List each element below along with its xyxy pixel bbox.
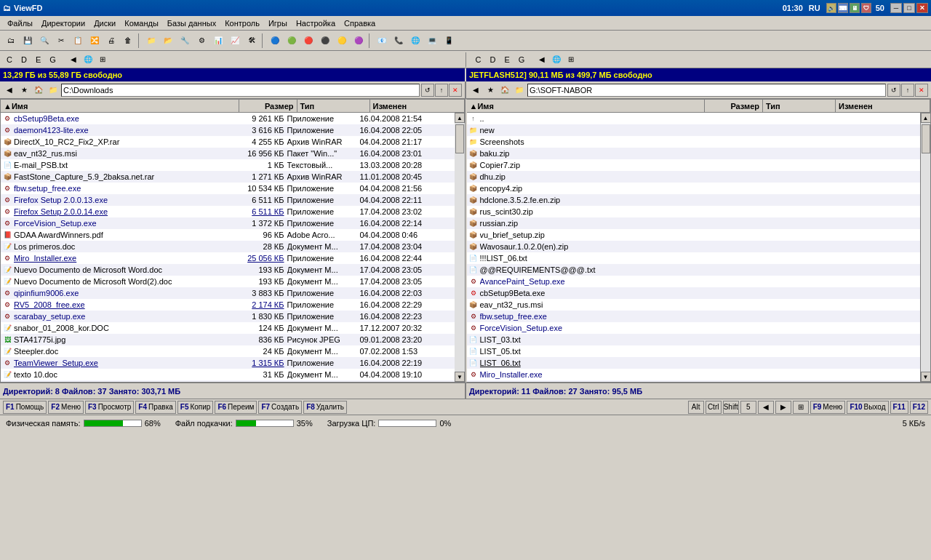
toolbar-btn-0[interactable]: 🗂 bbox=[3, 33, 19, 49]
toolbar-btn-6[interactable]: 🖨 bbox=[103, 33, 119, 49]
fn-key-F2[interactable]: F2Меню bbox=[48, 401, 84, 414]
right-star-btn[interactable]: ★ bbox=[484, 84, 497, 97]
right-file-row[interactable]: 📦Copier7.zip bbox=[467, 159, 921, 171]
left-up-btn[interactable]: ↑ bbox=[435, 84, 448, 97]
right-file-row[interactable]: ⚙Miro_Installer.exe bbox=[467, 369, 921, 380]
right-col-date[interactable]: Изменен bbox=[836, 100, 930, 112]
left-file-row[interactable]: ⚙Firefox Setup 2.0.0.14.exe6 511 КБПрило… bbox=[1, 206, 455, 217]
right-col-size[interactable]: Размер bbox=[705, 100, 763, 112]
toolbar-btn-19[interactable]: 🔴 bbox=[300, 33, 316, 49]
left-file-row[interactable]: ⚙Thunderbird Setup 2.0.0.12.exe7 177 КБП… bbox=[1, 380, 455, 382]
fn-key-F5[interactable]: F5Копир bbox=[177, 401, 214, 414]
right-drive-G[interactable]: G bbox=[515, 54, 529, 65]
right-file-row[interactable]: 📦russian.zip bbox=[467, 217, 921, 229]
left-file-row[interactable]: 📦FastStone_Capture_5.9_2baksa.net.rar1 2… bbox=[1, 171, 455, 183]
left-file-row[interactable]: 📦DirectX_10_RC2_Fix2_XP.rar4 255 КБАрхив… bbox=[1, 136, 455, 148]
left-file-row[interactable]: ⚙ForceVision_Setup.exe1 372 КБПриложение… bbox=[1, 217, 455, 229]
toolbar-btn-11[interactable]: 🔧 bbox=[177, 33, 193, 49]
fn-key-F10[interactable]: F10Выход bbox=[847, 401, 888, 414]
left-drive-G[interactable]: G bbox=[46, 54, 60, 65]
left-scroll-down[interactable]: ▼ bbox=[455, 372, 465, 382]
left-file-row[interactable]: ⚙Firefox Setup 2.0.0.13.exe6 511 КБПрило… bbox=[1, 194, 455, 206]
left-col-date[interactable]: Изменен bbox=[370, 100, 465, 112]
right-file-row[interactable]: 📄@@REQUIREMENTS@@@.txt bbox=[467, 264, 921, 276]
left-file-row[interactable]: ⚙RV5_2008_free.exe2 174 КБПриложение16.0… bbox=[1, 299, 455, 311]
right-col-type[interactable]: Тип bbox=[763, 100, 836, 112]
toolbar-btn-28[interactable]: 📱 bbox=[441, 33, 457, 49]
menu-item-диски[interactable]: Диски bbox=[89, 17, 120, 29]
left-col-name[interactable]: ▲ Имя bbox=[1, 100, 239, 112]
toolbar-btn-27[interactable]: 💻 bbox=[424, 33, 440, 49]
right-scrollbar[interactable]: ▲ ▼ bbox=[920, 113, 930, 382]
toolbar-btn-18[interactable]: 🟢 bbox=[284, 33, 300, 49]
left-file-row[interactable]: 🖼STA41775i.jpg836 КБРисунок JPEG09.01.20… bbox=[1, 334, 455, 345]
right-extra-btn-1[interactable]: 🌐 bbox=[550, 53, 563, 66]
right-file-row[interactable]: ⚙ForceVision_Setup.exe bbox=[467, 322, 921, 334]
left-extra-btn-1[interactable]: 🌐 bbox=[81, 53, 95, 66]
left-close-btn[interactable]: ✕ bbox=[449, 84, 462, 97]
right-extra-btn-2[interactable]: ⊞ bbox=[564, 53, 578, 66]
extra-btn-2[interactable]: ⊞ bbox=[793, 401, 809, 414]
left-file-row[interactable]: 📝Nuevo Documento de Microsoft Word.doc19… bbox=[1, 264, 455, 276]
toolbar-btn-17[interactable]: 🔵 bbox=[267, 33, 283, 49]
right-back-btn[interactable]: ◀ bbox=[469, 84, 482, 97]
menu-item-настройка[interactable]: Настройка bbox=[292, 17, 340, 29]
right-file-row[interactable]: ↑.. bbox=[467, 113, 921, 124]
right-file-row[interactable]: 📄LIST_03.txt bbox=[467, 334, 921, 345]
left-back-btn[interactable]: ◀ bbox=[3, 84, 16, 97]
menu-item-базы-данных[interactable]: Базы данных bbox=[163, 17, 220, 29]
right-file-row[interactable]: 📄!!!LIST_06.txt bbox=[467, 252, 921, 264]
extra-btn-1[interactable]: ▶ bbox=[775, 401, 791, 414]
left-star-btn[interactable]: ★ bbox=[17, 84, 31, 97]
left-col-size[interactable]: Размер bbox=[239, 100, 297, 112]
right-file-row[interactable]: 📦baku.zip bbox=[467, 148, 921, 159]
toolbar-btn-3[interactable]: ✂ bbox=[53, 33, 69, 49]
right-file-row[interactable]: 📦hdclone.3.5.2.fe.en.zip bbox=[467, 194, 921, 206]
right-close-btn[interactable]: ✕ bbox=[915, 84, 928, 97]
right-file-row[interactable]: ⚙cbSetup9Beta.exe bbox=[467, 287, 921, 299]
left-file-row[interactable]: 📦eav_nt32_rus.msi16 956 КБПакет "Win..."… bbox=[1, 148, 455, 159]
fn-key-F11[interactable]: F11 bbox=[890, 401, 908, 414]
left-path-input[interactable] bbox=[61, 84, 420, 97]
right-file-row[interactable]: 📦rus_scint30.zip bbox=[467, 206, 921, 217]
fn-key-F4[interactable]: F4Правка bbox=[135, 401, 175, 414]
toolbar-btn-9[interactable]: 📁 bbox=[143, 33, 159, 49]
left-drive-C[interactable]: C bbox=[3, 54, 16, 65]
toolbar-btn-4[interactable]: 📋 bbox=[70, 33, 86, 49]
left-file-row[interactable]: ⚙fbw.setup_free.exe10 534 КБПриложение04… bbox=[1, 183, 455, 194]
right-path-input[interactable] bbox=[527, 84, 886, 97]
left-file-row[interactable]: ⚙daemon4123-lite.exe3 616 КБПриложение16… bbox=[1, 124, 455, 136]
fn-key-F6[interactable]: F6Переим bbox=[215, 401, 257, 414]
fn-key-F12[interactable]: F12 bbox=[910, 401, 928, 414]
toolbar-btn-7[interactable]: 🗑 bbox=[120, 33, 136, 49]
fn-key-F8[interactable]: F8Удалить bbox=[303, 401, 347, 414]
toolbar-btn-2[interactable]: 🔍 bbox=[36, 33, 52, 49]
left-scroll-thumb[interactable] bbox=[455, 124, 464, 153]
left-file-row[interactable]: 📕GDAA AwardWinners.pdf96 КБAdobe Acro...… bbox=[1, 229, 455, 241]
fn-key-F7[interactable]: F7Создать bbox=[258, 401, 302, 414]
left-file-row[interactable]: 📝Los primeros.doc28 КБДокумент М...17.04… bbox=[1, 241, 455, 252]
close-btn[interactable]: ✕ bbox=[916, 3, 928, 13]
right-file-row[interactable]: ⚙mms1001.exe bbox=[467, 380, 921, 382]
toolbar-btn-14[interactable]: 📈 bbox=[227, 33, 243, 49]
left-scrollbar[interactable]: ▲ ▼ bbox=[455, 113, 465, 382]
menu-item-контроль[interactable]: Контроль bbox=[220, 17, 264, 29]
toolbar-btn-5[interactable]: 🔀 bbox=[87, 33, 103, 49]
left-file-row[interactable]: ⚙scarabay_setup.exe1 830 КБПриложение16.… bbox=[1, 311, 455, 322]
right-file-row[interactable]: ⚙AvancePaint_Setup.exe bbox=[467, 276, 921, 287]
menu-item-игры[interactable]: Игры bbox=[264, 17, 292, 29]
toolbar-btn-1[interactable]: 💾 bbox=[20, 33, 36, 49]
right-col-name[interactable]: ▲ Имя bbox=[467, 100, 706, 112]
right-drive-C[interactable]: C bbox=[472, 54, 485, 65]
modifier-key-5[interactable]: 5 bbox=[740, 401, 756, 414]
right-scroll-thumb[interactable] bbox=[922, 124, 930, 153]
right-file-row[interactable]: 📦eav_nt32_rus.msi bbox=[467, 299, 921, 311]
modifier-key-Ctrl[interactable]: Ctrl bbox=[706, 401, 722, 414]
left-file-row[interactable]: 📝Nuevo Documento de Microsoft Word(2).do… bbox=[1, 276, 455, 287]
left-drive-E[interactable]: E bbox=[32, 54, 44, 65]
right-drive-D[interactable]: D bbox=[486, 54, 499, 65]
toolbar-btn-21[interactable]: 🟡 bbox=[334, 33, 350, 49]
toolbar-btn-24[interactable]: 📧 bbox=[374, 33, 390, 49]
right-scroll-down[interactable]: ▼ bbox=[921, 372, 931, 382]
menu-item-справка[interactable]: Справка bbox=[340, 17, 380, 29]
